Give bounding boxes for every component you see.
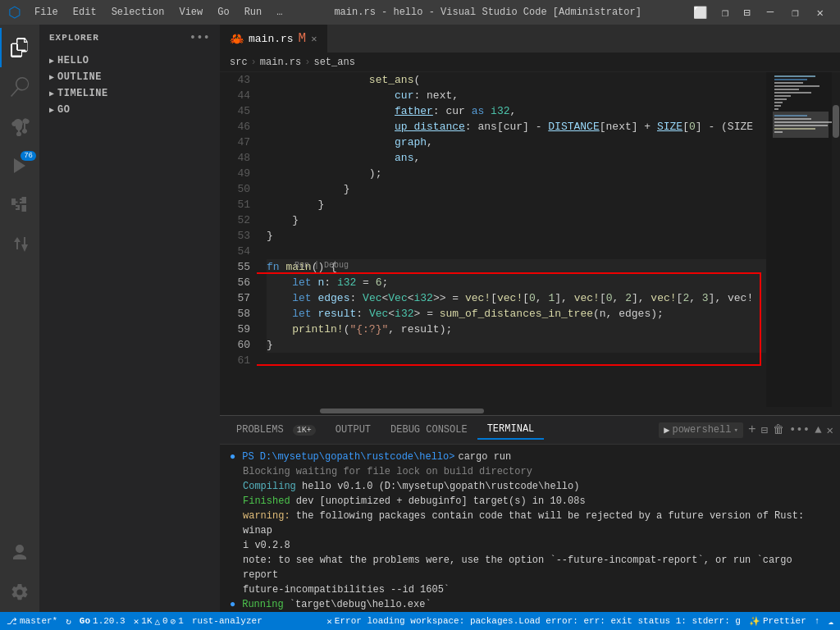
terminal-panel: PROBLEMS 1K+ OUTPUT DEBUG CONSOLE TERMIN… <box>220 415 840 612</box>
sidebar-item-hello[interactable]: ▶ HELLO <box>39 52 220 69</box>
extensions-activity-icon[interactable] <box>0 185 39 225</box>
sidebar-more-icon[interactable]: ••• <box>189 31 210 44</box>
sidebar: EXPLORER ••• ▶ HELLO ▶ OUTLINE ▶ TIMELIN… <box>39 25 220 612</box>
terminal-prompt: PS D:\mysetup\gopath\rustcode\hello> <box>242 450 454 464</box>
horizontal-scrollbar[interactable] <box>220 407 840 415</box>
main-layout: 76 EXPLORER ••• ▶ HELLO ▶ OUTLIN <box>0 25 840 612</box>
statusbar: ⎇ master* ↻ Go 1.20.3 ✕ 1K △ 0 ⊘ 1 rust-… <box>0 612 840 630</box>
breadcrumb-src[interactable]: src <box>230 57 248 68</box>
test-activity-icon[interactable] <box>0 225 39 264</box>
terminal-line: ● PS D:\mysetup\gopath\rustcode\hello> c… <box>230 450 830 464</box>
arrow-icon: ▶ <box>49 72 54 82</box>
go-version-status[interactable]: Go 1.20.3 <box>80 616 126 626</box>
prettier-status[interactable]: ✨ Prettier <box>749 616 806 627</box>
breadcrumb-fn[interactable]: set_ans <box>313 57 354 68</box>
sidebar-item-go[interactable]: ▶ GO <box>39 102 220 118</box>
rust-analyzer-status[interactable]: rust-analyzer <box>192 616 262 626</box>
more-terminal-icon[interactable]: ••• <box>789 423 810 436</box>
statusbar-left: ⎇ master* ↻ Go 1.20.3 ✕ 1K △ 0 ⊘ 1 rust-… <box>7 616 262 627</box>
tab-mainrs[interactable]: 🦀 main.rs M ✕ <box>220 25 327 52</box>
menu-run[interactable]: Run <box>238 5 269 20</box>
terminal-line: Finished dev [unoptimized + debuginfo] t… <box>230 494 830 509</box>
terminal-shell-icon: ▶ <box>664 424 669 436</box>
split-icon[interactable]: ❐ <box>715 4 735 21</box>
close-panel-icon[interactable]: ✕ <box>827 423 833 437</box>
sidebar-sections: ▶ HELLO ▶ OUTLINE ▶ TIMELINE ▶ GO <box>39 51 220 120</box>
breadcrumb-sep: › <box>304 57 310 68</box>
terminal-text: Finished dev [unoptimized + debuginfo] t… <box>230 494 586 509</box>
sidebar-item-label: HELLO <box>57 55 89 66</box>
accounts-activity-icon[interactable] <box>0 533 39 573</box>
error-message: Error loading workspace: packages.Load e… <box>335 616 741 626</box>
error-message-status[interactable]: ✕ Error loading workspace: packages.Load… <box>326 616 741 627</box>
breadcrumb-file[interactable]: main.rs <box>260 57 301 68</box>
warning-icon: △ <box>154 616 160 627</box>
error-detail-icon: ✕ <box>326 616 332 627</box>
breadcrumb: src › main.rs › set_ans <box>220 53 840 72</box>
source-control-activity-icon[interactable] <box>0 107 39 146</box>
layout-icon[interactable]: ⬜ <box>687 4 714 21</box>
terminal-new-icon[interactable]: ▶ powershell ▾ <box>659 422 743 438</box>
menu-file[interactable]: File <box>28 5 65 20</box>
tab-modified-indicator: M <box>299 31 307 46</box>
search-activity-icon[interactable] <box>0 67 39 107</box>
panels-icon[interactable]: ⊟ <box>737 4 756 21</box>
code-line: let edges: Vec<Vec<i32>> = vec![vec![0, … <box>267 290 766 306</box>
close-button[interactable]: ✕ <box>809 4 832 21</box>
maximize-panel-icon[interactable]: ▲ <box>815 423 821 436</box>
titlebar: ⬡ File Edit Selection View Go Run … main… <box>0 0 840 25</box>
scrollbar-thumb-h[interactable] <box>320 409 484 413</box>
arrow-icon: ▶ <box>49 89 54 98</box>
remote-status[interactable]: ☁ <box>828 616 833 627</box>
tab-debug-console[interactable]: DEBUG CONSOLE <box>381 421 477 439</box>
settings-activity-icon[interactable] <box>0 573 39 612</box>
code-line: ); <box>267 166 766 181</box>
code-line <box>267 244 766 259</box>
tab-problems[interactable]: PROBLEMS 1K+ <box>226 421 326 439</box>
run-debug-activity-icon[interactable]: 76 <box>0 146 39 185</box>
menu-selection[interactable]: Selection <box>105 5 171 20</box>
sidebar-item-timeline[interactable]: ▶ TIMELINE <box>39 85 220 102</box>
add-terminal-icon[interactable]: + <box>748 422 756 437</box>
scrollbar-thumb[interactable] <box>833 105 839 138</box>
errors-warnings-status[interactable]: ✕ 1K △ 0 ⊘ 1 <box>134 616 184 627</box>
editor-area: 🦀 main.rs M ✕ src › main.rs › set_ans 43… <box>220 25 840 612</box>
problems-badge: 1K+ <box>293 425 316 436</box>
vertical-scrollbar[interactable] <box>832 72 840 407</box>
menu-view[interactable]: View <box>172 5 209 20</box>
tab-terminal[interactable]: TERMINAL <box>477 420 545 440</box>
upload-status[interactable]: ↑ <box>815 616 820 626</box>
code-line: cur: next, <box>267 88 766 103</box>
branch-icon: ⎇ <box>7 616 17 627</box>
terminal-command: cargo run <box>458 450 511 464</box>
run-badge: 76 <box>21 151 36 161</box>
branch-status[interactable]: ⎇ master* <box>7 616 57 627</box>
warning-count: 0 <box>162 616 168 626</box>
sidebar-item-outline[interactable]: ▶ OUTLINE <box>39 69 220 85</box>
code-line: set_ans( <box>267 72 766 88</box>
split-terminal-icon[interactable]: ⊟ <box>761 423 768 437</box>
menu-go[interactable]: Go <box>211 5 235 20</box>
menu-more[interactable]: … <box>270 5 289 20</box>
trash-terminal-icon[interactable]: 🗑 <box>773 423 784 436</box>
line-numbers: 43 44 45 46 47 48 49 50 51 52 53 54 55 5… <box>220 72 257 407</box>
chevron-down-icon[interactable]: ▾ <box>733 426 737 435</box>
maximize-button[interactable]: ❐ <box>783 4 806 21</box>
explorer-activity-icon[interactable] <box>0 28 39 67</box>
sync-status[interactable]: ↻ <box>66 616 71 627</box>
code-line: father: cur as i32, <box>267 103 766 119</box>
terminal-line: Blocking waiting for file lock on build … <box>230 464 830 479</box>
tab-output[interactable]: OUTPUT <box>326 421 381 439</box>
code-lines: set_ans( cur: next, father: cur as i32, … <box>257 72 766 407</box>
terminal-text: future-incompatibilities --id 1605` <box>230 582 450 597</box>
minimize-button[interactable]: ─ <box>759 4 782 21</box>
terminal-text: note: to see what the problems were, use… <box>230 553 830 582</box>
info-count: 1 <box>178 616 184 626</box>
panel-toolbar: ▶ powershell ▾ + ⊟ 🗑 ••• ▲ ✕ <box>659 422 833 438</box>
tab-close-icon[interactable]: ✕ <box>311 33 317 45</box>
menu-edit[interactable]: Edit <box>66 5 103 20</box>
code-line: } <box>267 197 766 212</box>
terminal-content: ● PS D:\mysetup\gopath\rustcode\hello> c… <box>220 445 840 612</box>
terminal-text: i v0.2.8 <box>230 538 290 553</box>
arrow-icon: ▶ <box>49 105 54 115</box>
